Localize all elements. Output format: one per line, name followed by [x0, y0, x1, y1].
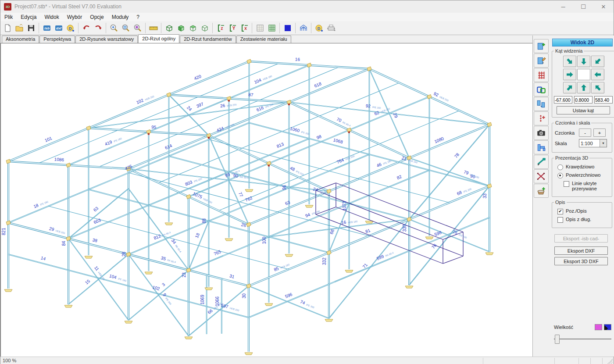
view-center-button[interactable] [577, 69, 590, 80]
angle-x-input[interactable] [554, 96, 572, 103]
font-plus-button[interactable]: + [593, 128, 606, 137]
radio-icon [557, 173, 563, 178]
grid-green-icon[interactable] [266, 22, 278, 34]
menu-item-plik[interactable]: Plik [0, 14, 17, 21]
export-button-1[interactable]: Eksport DXF [554, 246, 608, 255]
cube-top-icon[interactable] [187, 22, 199, 34]
view-y-icon[interactable]: Y [226, 22, 238, 34]
checkbox-pozopis[interactable]: ✔Poz./Opis [557, 208, 609, 214]
open-file-icon[interactable] [13, 22, 25, 34]
hidden-lines-checkbox[interactable]: Linie ukryte przerywane [564, 181, 609, 191]
checkbox-label: Opis z dług. [566, 217, 591, 222]
frame-3d-icon[interactable] [297, 22, 309, 34]
cube-wire-icon[interactable] [163, 22, 175, 34]
checkbox-opiszdug[interactable]: Opis z dług. [557, 217, 609, 222]
dxf-import-icon[interactable]: dxf [53, 22, 64, 34]
zoom-out-icon[interactable] [120, 22, 132, 34]
set-angle-button[interactable]: Ustaw kąt [557, 106, 610, 114]
menu-item-moduy[interactable]: Moduły [108, 14, 133, 21]
color-magenta-button[interactable] [595, 324, 602, 330]
bolt-icon[interactable] [534, 155, 549, 169]
svg-text:23: 23 [182, 272, 186, 278]
tab-zestawienie-materia-u[interactable]: Zestawienie materiału [236, 36, 291, 43]
view-arrow-se-button[interactable] [563, 56, 576, 67]
view-arrow-nw-button[interactable] [591, 82, 604, 93]
view-arrange-icon[interactable] [534, 97, 549, 111]
view-arrow-n-button[interactable] [577, 82, 590, 93]
side-toolbar [534, 39, 550, 198]
cube-solid-icon[interactable] [175, 22, 187, 34]
zoom-extents-icon[interactable] [132, 22, 143, 34]
color-blue-button[interactable] [604, 324, 611, 330]
view-z-icon[interactable]: z [214, 22, 226, 34]
checkbox-icon: ✔ [557, 209, 563, 214]
minimize-button[interactable]: ─ [553, 0, 573, 13]
right-panel: Widok 2D Kąt widzenia Ustaw kąt Czcionka… [532, 36, 614, 357]
tab-2d-rysunek-warsztatowy[interactable]: 2D-Rysunek warsztatowy [75, 36, 138, 43]
camera-icon[interactable] [534, 126, 549, 140]
isb-import-icon[interactable]: isb [41, 22, 53, 34]
scale-select[interactable]: 1:100 ▼ [579, 139, 607, 147]
svg-text:87: 87 [248, 92, 253, 97]
cut-cross-icon[interactable] [534, 169, 549, 183]
chevron-down-icon[interactable]: ▼ [600, 139, 607, 147]
radio-label: Powierzchniowo [566, 172, 600, 178]
svg-text:1069: 1069 [200, 295, 205, 305]
maximize-button[interactable]: ☐ [573, 0, 593, 13]
presentation-title: Prezentacja 3D [554, 155, 589, 161]
view-arrow-ne-button[interactable] [563, 82, 576, 93]
view-x-icon[interactable]: x [238, 22, 250, 34]
tab-aksonometria[interactable]: Aksonometria [2, 36, 39, 43]
view-arrow-s-button[interactable] [577, 56, 590, 67]
export-button-2[interactable]: Eksport 3D DXF [554, 257, 608, 265]
basket-add-icon[interactable] [534, 184, 549, 198]
new-file-icon[interactable] [1, 22, 13, 34]
size-slider[interactable] [554, 334, 611, 344]
svg-text:332: 332 [322, 257, 327, 265]
view-add-icon[interactable] [534, 39, 549, 53]
cube-open-icon[interactable] [199, 22, 211, 34]
view-copy-icon[interactable] [534, 82, 549, 96]
view-arrow-sw-button[interactable] [591, 56, 604, 67]
resize-grip[interactable] [607, 359, 613, 364]
angle-z-input[interactable] [594, 96, 613, 103]
tab-2d-rzut-og-lny[interactable]: 2D-Rzut ogólny [138, 34, 179, 43]
tab-perspektywa[interactable]: Perspektywa [39, 36, 75, 43]
view-arrow-w-button[interactable] [591, 69, 604, 80]
grid-red-icon[interactable] [534, 68, 549, 82]
blue-square-icon[interactable] [282, 22, 293, 34]
angle-y-input[interactable] [574, 96, 593, 103]
print-icon[interactable] [325, 22, 337, 34]
radio-krawędziowo[interactable]: Krawędziowo [557, 164, 609, 170]
export-d-icon[interactable]: D [313, 22, 325, 34]
axis-points-icon[interactable] [534, 111, 549, 125]
svg-text:95: 95 [151, 125, 157, 130]
grid-light-icon[interactable] [254, 22, 266, 34]
font-scale-group: Czcionka i skala Czcionka - + Skala 1:10… [552, 120, 612, 153]
font-minus-button[interactable]: - [579, 128, 591, 137]
menu-item-opcje[interactable]: Opcje [86, 14, 107, 21]
font-scale-title: Czcionka i skala [554, 120, 591, 125]
folder-d-icon[interactable]: D [64, 22, 76, 34]
title-bar[interactable]: 3D Project07.stb* - Virtual Steel V7.00 … [0, 0, 614, 13]
size-block: Wielkość [550, 324, 614, 344]
menu-item-edycja[interactable]: Edycja [17, 14, 40, 21]
radio-powierzchniowo[interactable]: Powierzchniowo [557, 172, 609, 178]
menu-item-widok[interactable]: Widok [40, 14, 63, 21]
connection-icon[interactable] [534, 140, 549, 154]
checkbox-label: Poz./Opis [566, 208, 587, 214]
close-button[interactable]: ✕ [593, 0, 614, 13]
tab-2d-rzut-fundament-w[interactable]: 2D-Rzut fundamentów [180, 36, 236, 43]
measure-icon[interactable] [147, 22, 159, 34]
save-icon[interactable] [25, 22, 37, 34]
zoom-in-icon[interactable] [108, 22, 120, 34]
menu-item-[interactable]: ? [132, 14, 143, 21]
undo-icon[interactable] [80, 22, 92, 34]
view-arrow-e-button[interactable] [563, 69, 576, 80]
menu-item-wybr[interactable]: Wybór [63, 14, 86, 21]
redo-icon[interactable] [92, 22, 104, 34]
drawing-canvas[interactable]: 101102HEB 200420419IPE 160397104HEB 1606… [0, 43, 532, 357]
view-angle-title: Kąt widzenia [554, 48, 584, 54]
size-slider-handle[interactable] [555, 335, 560, 344]
view-edit-icon[interactable] [534, 54, 549, 68]
